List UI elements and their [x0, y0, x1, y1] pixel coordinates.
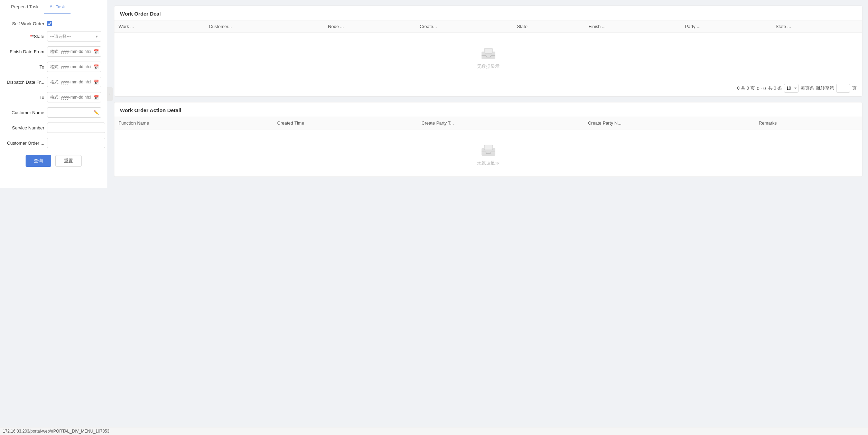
chevron-left-icon: ‹: [109, 92, 110, 96]
self-work-order-label: Self Work Order: [6, 21, 47, 26]
customer-name-input[interactable]: [47, 107, 101, 118]
work-order-action-section: Work Order Action Detail Function Name C…: [114, 102, 862, 177]
col-create-party-n: Create Party N...: [584, 117, 755, 129]
work-order-deal-table: Work ... Customer... Node ... Create... …: [114, 20, 862, 80]
work-order-deal-title: Work Order Deal: [114, 6, 862, 20]
pagination-deal: 0 共 0 页 0 - 0 共 0 条 10 20 50 每页条 跳转至第 页: [114, 80, 862, 96]
customer-name-label: Customer Name: [6, 110, 47, 115]
dispatch-date-from-input[interactable]: [47, 77, 101, 87]
jump-label: 跳转至第: [816, 85, 834, 91]
col-node: Node ...: [324, 20, 416, 33]
svg-rect-3: [484, 145, 493, 150]
per-page-label: 每页条: [801, 85, 814, 91]
empty-text-action: 无数据显示: [477, 160, 500, 166]
finish-date-to-label: To: [6, 64, 47, 70]
dispatch-date-to-label: To: [6, 95, 47, 100]
work-order-action-table: Function Name Created Time Create Party …: [114, 117, 862, 176]
col-state: State: [513, 20, 585, 33]
empty-area-deal: 无数据显示: [114, 33, 862, 80]
tab-all[interactable]: All Task: [44, 0, 71, 14]
col-party: Party ...: [681, 20, 771, 33]
state-label: **State: [6, 34, 47, 39]
col-created-time: Created Time: [273, 117, 417, 129]
count-text: 共 0 条: [768, 85, 782, 91]
col-create-party-t: Create Party T...: [417, 117, 584, 129]
self-work-order-checkbox-wrap: [47, 21, 52, 26]
state-select[interactable]: ---请选择---: [47, 31, 101, 42]
query-button[interactable]: 查询: [26, 155, 51, 167]
work-order-action-table-wrap: Function Name Created Time Create Party …: [114, 117, 862, 176]
tab-bar: Prepend Task All Task: [0, 0, 107, 14]
form-row-finish-from: Finish Date From 📅: [6, 46, 101, 57]
form-row-self-work-order: Self Work Order: [6, 21, 101, 26]
empty-inbox-icon: [480, 47, 497, 61]
form-row-state: **State ---请选择--- ▼: [6, 31, 101, 42]
form-row-dispatch-to: To 📅: [6, 92, 101, 102]
form-row-customer-name: Customer Name ✏️: [6, 107, 101, 118]
form-row-finish-to: To 📅: [6, 62, 101, 72]
work-order-action-title: Work Order Action Detail: [114, 102, 862, 117]
total-pages: 0 共 0 页: [737, 85, 755, 91]
table-header-row: Work ... Customer... Node ... Create... …: [114, 20, 862, 33]
form-area: Self Work Order **State ---请选择--- ▼: [0, 14, 107, 174]
col-finish: Finish ...: [585, 20, 681, 33]
col-function-name: Function Name: [114, 117, 273, 129]
col-remarks: Remarks: [755, 117, 862, 129]
reset-button[interactable]: 重置: [55, 155, 82, 167]
right-panel: Work Order Deal Work ... Customer... Nod…: [107, 0, 868, 188]
service-number-label: Service Number: [6, 125, 47, 130]
range-text: 0 - 0: [757, 86, 766, 91]
finish-date-from-wrap: 📅: [47, 46, 101, 57]
col-state2: State ...: [772, 20, 862, 33]
dispatch-date-to-wrap: 📅: [47, 92, 101, 102]
svg-rect-1: [484, 48, 493, 53]
left-panel: Prepend Task All Task Self Work Order **…: [0, 0, 107, 188]
empty-inbox-icon-2: [480, 143, 497, 157]
empty-row: 无数据显示: [114, 33, 862, 80]
col-customer: Customer...: [205, 20, 324, 33]
empty-area-action: 无数据显示: [114, 129, 862, 176]
finish-date-from-label: Finish Date From: [6, 49, 47, 54]
service-number-input[interactable]: [47, 123, 105, 133]
customer-name-wrap: ✏️: [47, 107, 101, 118]
finish-date-to-wrap: 📅: [47, 62, 101, 72]
col-create: Create...: [416, 20, 513, 33]
self-work-order-checkbox[interactable]: [47, 21, 52, 26]
per-page-select[interactable]: 10 20 50: [784, 84, 799, 93]
dispatch-date-from-wrap: 📅: [47, 77, 101, 87]
col-work: Work ...: [114, 20, 205, 33]
empty-text-deal: 无数据显示: [477, 63, 500, 70]
jump-suffix: 页: [852, 85, 857, 91]
jump-input[interactable]: [836, 84, 850, 93]
finish-date-from-input[interactable]: [47, 46, 101, 57]
tab-prepend[interactable]: Prepend Task: [6, 0, 44, 14]
form-row-customer-order: Customer Order ...: [6, 138, 101, 148]
form-row-dispatch-from: Dispatch Date Fr... 📅: [6, 77, 101, 87]
action-table-header-row: Function Name Created Time Create Party …: [114, 117, 862, 129]
action-empty-row: 无数据显示: [114, 129, 862, 177]
dispatch-date-to-input[interactable]: [47, 92, 101, 102]
work-order-deal-section: Work Order Deal Work ... Customer... Nod…: [114, 6, 862, 97]
state-select-wrap: ---请选择--- ▼: [47, 31, 101, 42]
dispatch-date-from-label: Dispatch Date Fr...: [6, 80, 47, 85]
collapse-panel-button[interactable]: ‹: [107, 87, 113, 101]
form-row-service-number: Service Number: [6, 123, 101, 133]
button-row: 查询 重置: [6, 155, 101, 167]
customer-order-input[interactable]: [47, 138, 105, 148]
customer-order-label: Customer Order ...: [6, 141, 47, 146]
finish-date-to-input[interactable]: [47, 62, 101, 72]
work-order-deal-table-wrap: Work ... Customer... Node ... Create... …: [114, 20, 862, 80]
